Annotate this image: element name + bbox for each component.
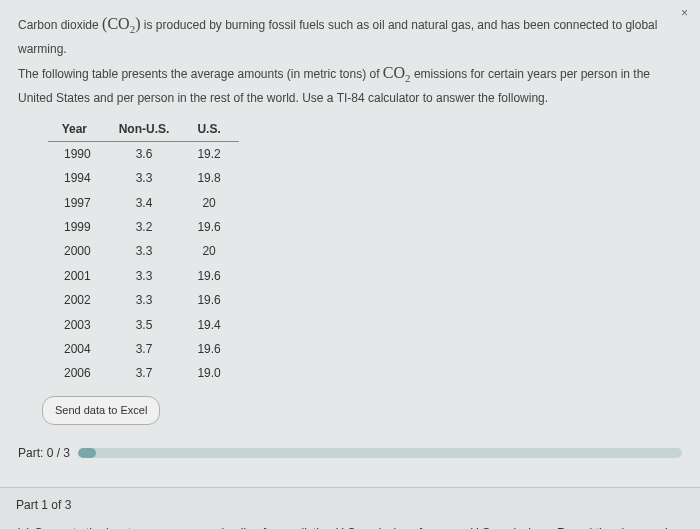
table-head-row: Year Non-U.S. U.S. — [48, 117, 239, 142]
cell-year: 2006 — [48, 361, 109, 385]
cell-year: 1997 — [48, 191, 109, 215]
question-a-text: (a) Compute the least-squares regression… — [16, 524, 684, 529]
formula-body: CO — [107, 15, 129, 32]
cell-us: 20 — [187, 239, 238, 263]
col-us-header: U.S. — [187, 117, 238, 142]
cell-us: 19.6 — [187, 288, 238, 312]
table-row: 20023.319.6 — [48, 288, 239, 312]
cell-nonus: 3.5 — [109, 313, 188, 337]
cell-nonus: 3.3 — [109, 288, 188, 312]
progress-fill — [78, 448, 96, 458]
cell-us: 19.6 — [187, 215, 238, 239]
cell-us: 19.4 — [187, 313, 238, 337]
col-year-header: Year — [48, 117, 109, 142]
cell-year: 1990 — [48, 141, 109, 166]
cell-us: 19.6 — [187, 337, 238, 361]
part-1-title: Part 1 of 3 — [16, 498, 684, 512]
cell-year: 1994 — [48, 166, 109, 190]
table-row: 19993.219.6 — [48, 215, 239, 239]
cell-year: 2001 — [48, 264, 109, 288]
table-row: 20063.719.0 — [48, 361, 239, 385]
cell-year: 2004 — [48, 337, 109, 361]
cell-us: 19.8 — [187, 166, 238, 190]
cell-year: 2000 — [48, 239, 109, 263]
data-table: Year Non-U.S. U.S. 19903.619.219943.319.… — [48, 117, 239, 386]
table-row: 19903.619.2 — [48, 141, 239, 166]
cell-nonus: 3.4 — [109, 191, 188, 215]
progress-label: Part: 0 / 3 — [18, 443, 70, 463]
cell-nonus: 3.7 — [109, 361, 188, 385]
table-row: 20003.320 — [48, 239, 239, 263]
co2-formula-2: CO2 — [383, 64, 411, 81]
cell-nonus: 3.6 — [109, 141, 188, 166]
cell-year: 1999 — [48, 215, 109, 239]
formula-body-2: CO — [383, 64, 405, 81]
cell-nonus: 3.2 — [109, 215, 188, 239]
intro-text-1a: Carbon dioxide — [18, 18, 102, 32]
cell-us: 19.2 — [187, 141, 238, 166]
cell-nonus: 3.3 — [109, 239, 188, 263]
cell-year: 2003 — [48, 313, 109, 337]
send-excel-button[interactable]: Send data to Excel — [42, 396, 160, 425]
cell-year: 2002 — [48, 288, 109, 312]
table-row: 20013.319.6 — [48, 264, 239, 288]
progress-bar — [78, 448, 682, 458]
table-row: 20043.719.6 — [48, 337, 239, 361]
table-row: 19973.420 — [48, 191, 239, 215]
cell-nonus: 3.3 — [109, 166, 188, 190]
cell-us: 20 — [187, 191, 238, 215]
table-row: 19943.319.8 — [48, 166, 239, 190]
cell-nonus: 3.3 — [109, 264, 188, 288]
col-nonus-header: Non-U.S. — [109, 117, 188, 142]
intro-paragraph-2: The following table presents the average… — [18, 59, 682, 108]
corner-mark: × — [681, 6, 688, 20]
co2-formula-1: (CO2) — [102, 15, 140, 32]
intro-paragraph-1: Carbon dioxide (CO2) is produced by burn… — [18, 10, 682, 59]
part-1-box: Part 1 of 3 (a) Compute the least-square… — [0, 487, 700, 529]
cell-us: 19.6 — [187, 264, 238, 288]
cell-nonus: 3.7 — [109, 337, 188, 361]
intro-text-2a: The following table presents the average… — [18, 67, 383, 81]
table-row: 20033.519.4 — [48, 313, 239, 337]
cell-us: 19.0 — [187, 361, 238, 385]
